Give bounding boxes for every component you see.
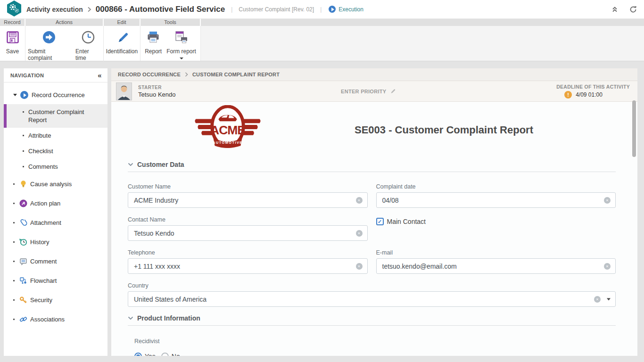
- ribbon-group-tools: Tools Report Form report: [140, 19, 201, 61]
- clear-icon[interactable]: ×: [594, 296, 601, 303]
- save-button-label: Save: [6, 48, 19, 55]
- refresh-icon[interactable]: [629, 5, 637, 14]
- stage-label: Execution: [339, 6, 363, 13]
- deadline-label: DEADLINE OF THIS ACTIVITY: [556, 84, 630, 90]
- nav-attribute[interactable]: Attribute: [4, 128, 107, 143]
- field-main-contact: ✓ Main Contact: [376, 216, 616, 241]
- clear-icon[interactable]: ×: [356, 263, 363, 270]
- nav-history[interactable]: History: [4, 232, 107, 252]
- section-product-information-title: Product Information: [137, 314, 200, 322]
- field-contact-name: Contact Name ×: [128, 216, 368, 241]
- enter-time-label: Enter time: [75, 48, 101, 61]
- nav-attachment[interactable]: Attachment: [4, 213, 107, 232]
- nav-customer-complaint-report-label: Customer Complaint Report: [28, 108, 84, 123]
- form-scrollbar-thumb[interactable]: [632, 100, 636, 157]
- telephone-label: Telephone: [128, 249, 368, 256]
- dropdown-caret-icon: [180, 58, 183, 59]
- section-divider: [128, 325, 616, 326]
- deadline-value: 4/09 01:00: [576, 91, 603, 98]
- nav-customer-complaint-report[interactable]: Customer Complaint Report: [4, 104, 107, 128]
- top-header-bar: Activity execution 000866 - Automotive F…: [0, 0, 644, 19]
- record-title: 000866 - Automotive Field Service: [96, 5, 225, 14]
- revision-label: Customer Complaint [Rev. 02]: [239, 6, 314, 13]
- section-product-information[interactable]: Product Information: [128, 314, 616, 322]
- recidivist-no-label: No: [172, 353, 180, 356]
- clear-icon[interactable]: ×: [604, 197, 611, 204]
- section-customer-data[interactable]: Customer Data: [128, 161, 616, 168]
- main-contact-checkbox[interactable]: ✓: [376, 218, 384, 225]
- ribbon-group-actions-label: Actions: [25, 19, 103, 26]
- breadcrumb: RECORD OCCURRENCE CUSTOMER COMPLAINT REP…: [111, 68, 637, 81]
- email-input[interactable]: [376, 258, 616, 274]
- field-recidivist: Recidivist Yes No: [134, 338, 616, 356]
- contact-name-input[interactable]: [128, 225, 368, 241]
- customer-name-input[interactable]: [128, 192, 368, 208]
- clear-icon[interactable]: ×: [356, 230, 363, 237]
- identification-button[interactable]: Identification: [104, 29, 140, 61]
- section-divider: [128, 172, 616, 172]
- breadcrumb-record-occurrence[interactable]: RECORD OCCURRENCE: [118, 72, 181, 77]
- bullet-icon: [13, 222, 15, 223]
- recidivist-yes-radio[interactable]: [134, 353, 142, 356]
- nav-security[interactable]: Security: [4, 290, 107, 310]
- ribbon-group-edit-label: Edit: [104, 19, 140, 26]
- chevron-down-icon: [128, 163, 133, 166]
- report-button[interactable]: Report: [142, 29, 164, 61]
- country-select[interactable]: [128, 291, 616, 307]
- floppy-disk-icon: [6, 30, 20, 46]
- section-customer-data-title: Customer Data: [137, 161, 184, 168]
- key-icon: [19, 296, 27, 304]
- bullet-icon: [13, 280, 15, 281]
- ribbon-group-record: Record Save: [0, 19, 25, 61]
- bullet-icon: [13, 299, 15, 301]
- email-label: E-mail: [376, 249, 616, 256]
- nav-cause-analysis[interactable]: Cause analysis: [4, 174, 107, 194]
- submit-complaint-button[interactable]: Submit complaint: [25, 29, 73, 62]
- clear-icon[interactable]: ×: [356, 197, 363, 204]
- select-caret-icon[interactable]: [607, 298, 611, 300]
- ribbon-group-record-label: Record: [0, 19, 25, 26]
- nav-checklist-label: Checklist: [28, 148, 53, 155]
- form-title: SE003 - Customer Complaint Report: [355, 124, 533, 136]
- save-button[interactable]: Save: [3, 29, 22, 61]
- bullet-icon: [23, 135, 24, 136]
- nav-flowchart-label: Flowchart: [30, 277, 57, 284]
- enter-time-button[interactable]: Enter time: [73, 29, 103, 62]
- report-label: Report: [145, 48, 162, 55]
- nav-checklist[interactable]: Checklist: [4, 143, 107, 159]
- ribbon-filler: [201, 19, 644, 61]
- nav-comments[interactable]: Comments: [4, 159, 107, 174]
- collapse-panel-icon[interactable]: «: [98, 72, 102, 79]
- complaint-date-input[interactable]: [376, 192, 616, 208]
- paperclip-icon: [19, 219, 27, 227]
- divider: |: [320, 6, 322, 13]
- form-report-label: Form report: [166, 48, 196, 55]
- nav-comment-label: Comment: [30, 258, 57, 265]
- breadcrumb-customer-complaint-report: CUSTOMER COMPLAINT REPORT: [192, 72, 280, 77]
- radio-dot-icon: [136, 354, 140, 356]
- nav-associations[interactable]: Associations: [4, 310, 107, 329]
- clear-icon[interactable]: ×: [604, 263, 611, 270]
- telephone-input[interactable]: [128, 258, 368, 274]
- bullet-icon: [13, 203, 15, 204]
- field-country: Country ×: [128, 282, 616, 307]
- chevron-right-icon: [185, 72, 188, 77]
- main-contact-checkbox-row[interactable]: ✓ Main Contact: [376, 218, 616, 225]
- caret-down-icon: [13, 94, 17, 96]
- nav-action-plan-label: Action plan: [30, 200, 60, 207]
- country-label: Country: [128, 282, 616, 289]
- pencil-icon: [390, 88, 396, 94]
- form-report-button[interactable]: Form report: [164, 29, 198, 61]
- nav-record-occurrence[interactable]: Record Occurrence: [4, 85, 107, 104]
- acme-logo-brand: ACME: [210, 123, 245, 137]
- field-complaint-date: Complaint date ×: [376, 183, 616, 208]
- stage-indicator: Execution: [329, 6, 363, 13]
- nav-flowchart[interactable]: Flowchart: [4, 271, 107, 290]
- collapse-ribbon-icon[interactable]: [611, 6, 619, 13]
- nav-action-plan[interactable]: Action plan: [4, 194, 107, 213]
- acme-logo-tagline: AUTOMOTIVE: [213, 140, 242, 145]
- recidivist-no-radio[interactable]: [161, 353, 169, 356]
- nav-comment[interactable]: Comment: [4, 252, 107, 271]
- enter-priority-button[interactable]: ENTER PRIORITY: [341, 88, 396, 94]
- chevron-right-icon: [87, 7, 91, 12]
